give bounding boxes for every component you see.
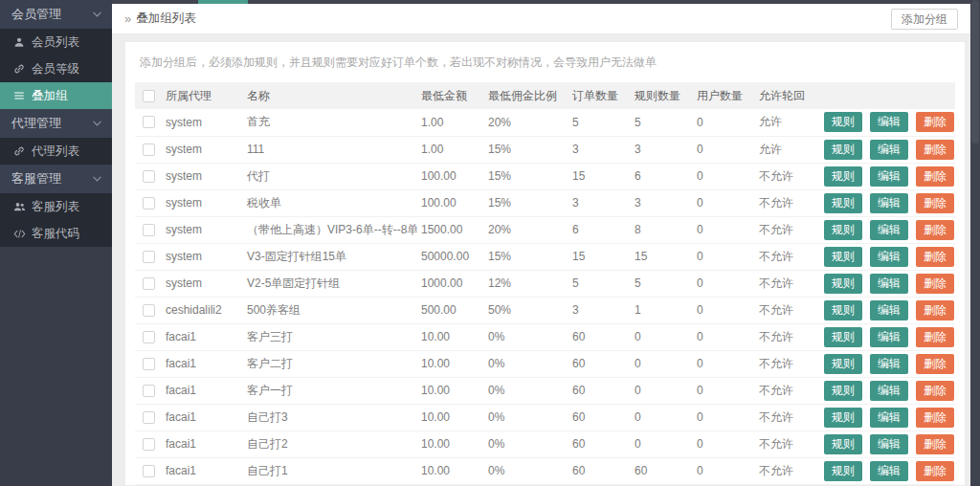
rules-button[interactable]: 规则 (824, 166, 862, 187)
cell-rotation: 不允许 (755, 377, 815, 404)
edit-button[interactable]: 编辑 (870, 300, 908, 320)
edit-button[interactable]: 编辑 (870, 327, 908, 347)
delete-button[interactable]: 删除 (916, 300, 954, 320)
scrollbar-thumb[interactable] (971, 0, 979, 144)
row-checkbox[interactable] (143, 144, 155, 156)
sidebar-item-service-code[interactable]: 客服代码 (0, 220, 112, 247)
cell-users: 0 (693, 431, 755, 457)
row-checkbox[interactable] (143, 331, 155, 343)
cell-rotation: 不允许 (755, 404, 815, 431)
active-tab-indicator[interactable] (198, 0, 248, 4)
actions-cell: 规则编辑删除 (815, 243, 955, 270)
cell-name: 自己打1 (243, 457, 417, 484)
edit-button[interactable]: 编辑 (870, 381, 908, 401)
cell-agent: system (162, 243, 243, 270)
row-checkbox[interactable] (143, 411, 155, 424)
row-checkbox[interactable] (143, 358, 155, 370)
edit-button[interactable]: 编辑 (870, 220, 908, 240)
edit-button[interactable]: 编辑 (870, 140, 908, 160)
rules-button[interactable]: 规则 (824, 408, 862, 428)
sidebar-section-label: 客服管理 (11, 170, 61, 188)
edit-button[interactable]: 编辑 (870, 247, 908, 267)
actions-cell: 规则编辑删除 (815, 457, 955, 484)
cell-rules: 5 (631, 109, 693, 136)
cell-rotation: 不允许 (755, 323, 815, 350)
select-all-checkbox[interactable] (143, 90, 155, 102)
rules-button[interactable]: 规则 (824, 300, 862, 320)
add-group-button[interactable]: 添加分组 (891, 9, 958, 30)
delete-button[interactable]: 删除 (916, 327, 954, 347)
edit-button[interactable]: 编辑 (870, 354, 908, 374)
edit-button[interactable]: 编辑 (870, 166, 908, 187)
rules-button[interactable]: 规则 (824, 461, 862, 481)
delete-button[interactable]: 删除 (916, 381, 954, 401)
delete-button[interactable]: 删除 (916, 112, 954, 132)
delete-button[interactable]: 删除 (916, 193, 954, 213)
cell-rotation: 允许 (755, 136, 815, 163)
delete-button[interactable]: 删除 (916, 461, 954, 481)
delete-button[interactable]: 删除 (916, 354, 954, 374)
rules-button[interactable]: 规则 (824, 434, 862, 454)
scrollbar[interactable] (970, 0, 980, 486)
sidebar-item-agent-list[interactable]: 代理列表 (0, 138, 112, 165)
row-checkbox[interactable] (143, 116, 155, 128)
edit-button[interactable]: 编辑 (870, 193, 908, 213)
edit-button[interactable]: 编辑 (870, 434, 908, 454)
sidebar-section-agent[interactable]: 代理管理 (0, 109, 112, 138)
cell-orders: 3 (568, 297, 631, 323)
table-row: systemV3-固定打针组15单50000.0015%15150不允许规则编辑… (135, 243, 955, 270)
actions-cell: 规则编辑删除 (815, 109, 955, 136)
checkbox-cell (135, 163, 162, 189)
rules-button[interactable]: 规则 (824, 327, 862, 347)
row-checkbox[interactable] (143, 224, 155, 236)
cell-rotation: 不允许 (755, 431, 815, 457)
edit-button[interactable]: 编辑 (870, 274, 908, 294)
checkbox-cell (135, 431, 162, 457)
sidebar-item-stack-group[interactable]: 叠加组 (0, 82, 112, 109)
rules-button[interactable]: 规则 (824, 220, 862, 240)
edit-button[interactable]: 编辑 (870, 408, 908, 428)
row-checkbox[interactable] (143, 197, 155, 210)
edit-button[interactable]: 编辑 (870, 112, 908, 132)
edit-button[interactable]: 编辑 (870, 461, 908, 481)
actions-cell: 规则编辑删除 (815, 431, 955, 457)
sidebar-item-member-list[interactable]: 会员列表 (0, 29, 112, 55)
rules-button[interactable]: 规则 (824, 381, 862, 401)
cell-min-amount: 100.00 (417, 163, 484, 189)
sidebar-section-service[interactable]: 客服管理 (0, 165, 112, 193)
rules-button[interactable]: 规则 (824, 247, 862, 267)
delete-button[interactable]: 删除 (916, 166, 954, 187)
delete-button[interactable]: 删除 (916, 274, 954, 294)
rules-button[interactable]: 规则 (824, 193, 862, 213)
cell-commission: 15% (484, 136, 568, 163)
cell-min-amount: 1500.00 (417, 216, 484, 243)
delete-button[interactable]: 删除 (916, 434, 954, 454)
row-checkbox[interactable] (143, 277, 155, 290)
sidebar-section-member[interactable]: 会员管理 (0, 0, 112, 29)
checkbox-cell (135, 377, 162, 404)
row-checkbox[interactable] (143, 170, 155, 183)
table-row: system（带他上高速）VIP3-6单--转--8单1500.0020%680… (135, 216, 955, 243)
rules-button[interactable]: 规则 (824, 274, 862, 294)
rules-button[interactable]: 规则 (824, 112, 862, 132)
table-row: facai1自己打210.000%6000不允许规则编辑删除 (135, 431, 955, 457)
delete-button[interactable]: 删除 (916, 140, 954, 160)
row-checkbox[interactable] (143, 438, 155, 451)
cell-name: 111 (243, 136, 417, 163)
rules-button[interactable]: 规则 (824, 140, 862, 160)
rules-button[interactable]: 规则 (824, 354, 862, 374)
cell-min-amount: 10.00 (417, 457, 484, 484)
sidebar-item-member-level[interactable]: 会员等级 (0, 55, 112, 82)
cell-agent: system (162, 189, 243, 216)
row-checkbox[interactable] (143, 465, 155, 477)
delete-button[interactable]: 删除 (916, 408, 954, 428)
cell-name: 代打 (243, 163, 417, 189)
table-row: facai1自己打110.000%60600不允许规则编辑删除 (135, 457, 955, 484)
delete-button[interactable]: 删除 (916, 220, 954, 240)
row-checkbox[interactable] (143, 385, 155, 397)
row-checkbox[interactable] (143, 251, 155, 263)
cell-min-amount: 1.00 (417, 136, 484, 163)
sidebar-item-service-list[interactable]: 客服列表 (0, 193, 112, 220)
row-checkbox[interactable] (143, 304, 155, 317)
delete-button[interactable]: 删除 (916, 247, 954, 267)
